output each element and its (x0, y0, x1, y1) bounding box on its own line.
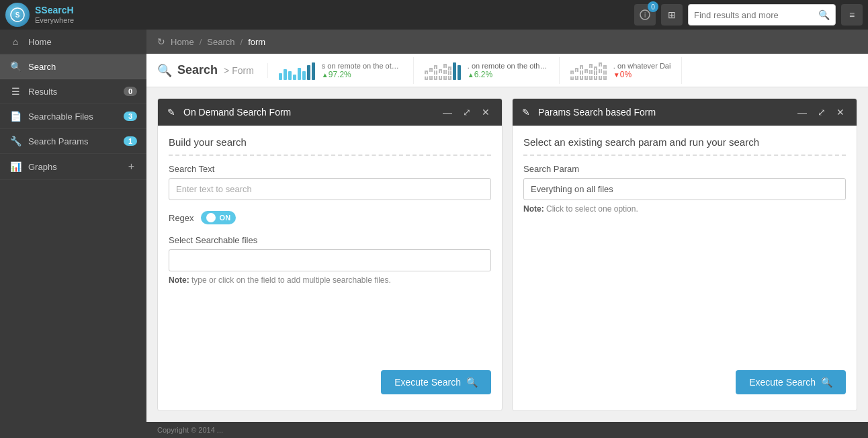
params-badge: 1 (124, 136, 137, 146)
sidebar: ⌂ Home 🔍 Search ☰ Results 0 📄 Searchable… (0, 30, 146, 438)
params-execute-button[interactable]: Execute Search 🔍 (736, 370, 846, 394)
on-demand-maximize-button[interactable]: ⤢ (460, 105, 474, 119)
params-icon: 🔧 (9, 136, 21, 146)
toggle-text: ON (220, 214, 231, 222)
breadcrumb-search[interactable]: Search (207, 37, 234, 47)
regex-row: Regex ON (169, 208, 491, 227)
breadcrumb-refresh-icon: ↻ (157, 36, 165, 47)
footer: Copyright © 2014 ... (146, 422, 868, 438)
topbar: S SSearcH Everywhere i 0 ⊞ 🔍 ≡ (0, 0, 868, 30)
params-form-panel: ✎ Params Search based Form — ⤢ ✕ Select … (512, 98, 857, 411)
on-demand-form-title: On Demand Search Form (183, 107, 435, 118)
params-edit-icon: ✎ (522, 107, 530, 118)
svg-text:S: S (15, 11, 20, 19)
sidebar-item-label: Graphs (28, 162, 119, 172)
add-graph-button[interactable]: + (126, 161, 137, 173)
stat-cards: s on remote on the other pc ▲97.2% (268, 57, 857, 84)
stat-label-3: . on whatever Dai (613, 62, 671, 70)
stat-label-2: . on remote on the other pc (468, 62, 548, 70)
page-title-icon: 🔍 (157, 63, 172, 78)
stat-value-3: ▼0% (613, 70, 671, 79)
on-demand-form-body: Build your search Search Text Regex ON (158, 126, 502, 410)
results-badge: 0 (124, 87, 137, 96)
sidebar-item-label: Results (28, 87, 117, 97)
search-param-group: Search Param Note: Click to select one o… (523, 164, 846, 214)
stat-card-2: . on remote on the other pc ▲6.2% (414, 57, 560, 84)
search-param-input[interactable] (523, 178, 846, 200)
on-demand-section-title: Build your search (169, 136, 491, 156)
stat-chart-1 (279, 61, 315, 80)
select-files-group: Select Searchable files Note: type or cl… (169, 235, 491, 285)
page-header: 🔍 Search > Form (146, 54, 868, 87)
regex-toggle[interactable]: ON (201, 211, 236, 224)
files-icon: 📄 (9, 111, 21, 122)
sidebar-item-search[interactable]: 🔍 Search (0, 54, 146, 79)
notification-button[interactable]: i 0 (634, 4, 656, 26)
logo-text: SSearcH Everywhere (35, 5, 74, 25)
maximize-button[interactable]: ⊞ (661, 4, 683, 26)
params-form-title: Params Search based Form (538, 107, 789, 118)
stat-value-1: ▲97.2% (322, 70, 402, 79)
regex-label: Regex (169, 213, 194, 223)
stat-chart-2 (425, 61, 461, 80)
sidebar-item-label: Home (28, 37, 137, 47)
breadcrumb: ↻ Home / Search / form (146, 30, 868, 54)
sidebar-item-search-params[interactable]: 🔧 Search Params 1 (0, 129, 146, 154)
select-files-note: Note: type or click on the field to add … (169, 275, 491, 285)
page-title-sub: > Form (224, 65, 254, 76)
stat-chart-3 (570, 61, 607, 80)
search-text-group: Search Text (169, 164, 491, 200)
params-form-header: ✎ Params Search based Form — ⤢ ✕ (513, 99, 857, 126)
breadcrumb-home[interactable]: Home (171, 37, 194, 47)
stat-value-2: ▲6.2% (468, 70, 548, 79)
files-badge: 3 (124, 112, 137, 121)
params-minimize-button[interactable]: — (795, 105, 810, 119)
params-maximize-button[interactable]: ⤢ (815, 105, 828, 119)
on-demand-edit-icon: ✎ (167, 107, 175, 118)
select-files-label: Select Searchable files (169, 235, 491, 245)
logo-icon: S (5, 3, 30, 27)
sidebar-item-home[interactable]: ⌂ Home (0, 30, 146, 54)
graphs-icon: 📊 (9, 161, 21, 172)
global-search-box: 🔍 (688, 4, 836, 26)
sidebar-item-results[interactable]: ☰ Results 0 (0, 79, 146, 104)
breadcrumb-current: form (248, 37, 265, 47)
content-area: ↻ Home / Search / form 🔍 Search > Form (146, 30, 868, 438)
params-form-body: Select an existing search param and run … (513, 126, 857, 410)
forms-container: ✎ On Demand Search Form — ⤢ ✕ Build your… (146, 87, 868, 422)
main-layout: ⌂ Home 🔍 Search ☰ Results 0 📄 Searchable… (0, 30, 868, 438)
on-demand-form-header: ✎ On Demand Search Form — ⤢ ✕ (158, 99, 502, 126)
page-title-section: 🔍 Search > Form (157, 63, 268, 78)
search-icon: 🔍 (9, 61, 21, 72)
execute-search-icon: 🔍 (466, 377, 478, 388)
params-close-button[interactable]: ✕ (834, 105, 847, 119)
on-demand-close-button[interactable]: ✕ (479, 105, 492, 119)
home-icon: ⌂ (9, 36, 21, 47)
search-text-input[interactable] (169, 178, 491, 200)
menu-button[interactable]: ≡ (841, 4, 863, 26)
select-files-input[interactable] (169, 249, 491, 271)
results-icon: ☰ (9, 86, 21, 97)
search-text-label: Search Text (169, 164, 491, 174)
sidebar-item-label: Search (28, 62, 137, 72)
params-section-title: Select an existing search param and run … (523, 136, 846, 156)
sidebar-item-label: Search Params (28, 136, 117, 146)
search-param-note: Note: Click to select one option. (523, 204, 846, 214)
on-demand-form-panel: ✎ On Demand Search Form — ⤢ ✕ Build your… (157, 98, 503, 411)
stat-label-1: s on remote on the other pc (322, 62, 402, 70)
notification-badge: 0 (648, 1, 658, 12)
on-demand-minimize-button[interactable]: — (440, 105, 455, 119)
params-execute-search-icon: 🔍 (821, 377, 832, 388)
global-search-icon: 🔍 (818, 9, 830, 20)
stat-card-1: s on remote on the other pc ▲97.2% (268, 57, 414, 84)
svg-text:i: i (644, 11, 646, 19)
sidebar-item-label: Searchable Files (28, 112, 117, 122)
sidebar-item-searchable-files[interactable]: 📄 Searchable Files 3 (0, 104, 146, 129)
on-demand-execute-button[interactable]: Execute Search 🔍 (381, 370, 491, 394)
stat-card-3: . on whatever Dai ▼0% (560, 57, 683, 84)
global-search-input[interactable] (694, 10, 814, 20)
sidebar-item-graphs[interactable]: 📊 Graphs + (0, 154, 146, 180)
logo-area: S SSearcH Everywhere (5, 3, 146, 27)
search-param-label: Search Param (523, 164, 846, 174)
